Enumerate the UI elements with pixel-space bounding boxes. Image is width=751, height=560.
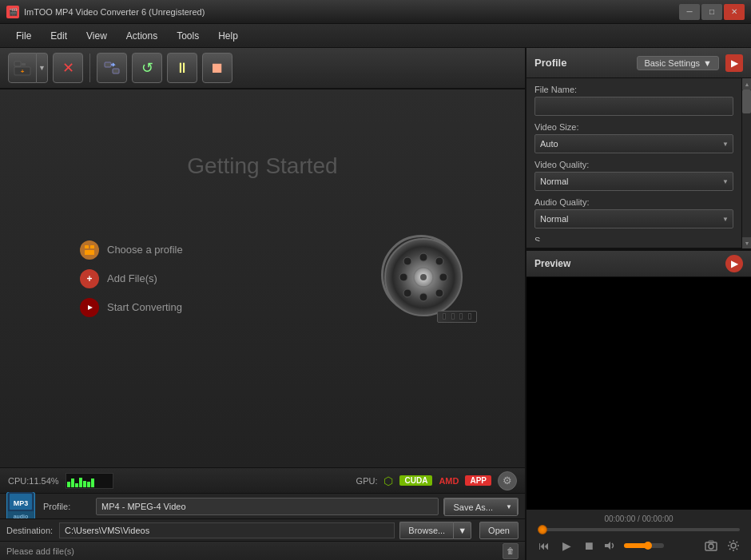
add-file-dropdown-button[interactable]: ▼ bbox=[37, 53, 48, 83]
instructions: Choose a profile + Add File(s) bbox=[80, 240, 183, 317]
profile-title: Profile bbox=[534, 57, 630, 69]
instruction-start: Start Converting bbox=[80, 298, 183, 317]
video-quality-select[interactable]: Normal Low High bbox=[534, 172, 733, 191]
preview-screen bbox=[526, 277, 751, 510]
menu-actions[interactable]: Actions bbox=[117, 27, 167, 45]
file-name-label: File Name: bbox=[534, 85, 733, 94]
instruction-add-label: Add File(s) bbox=[107, 272, 157, 284]
film-reel bbox=[381, 235, 461, 315]
audio-quality-setting: Audio Quality: Normal Low High bbox=[534, 197, 733, 228]
svg-point-14 bbox=[419, 293, 427, 301]
left-panel: + ▼ ✕ ↺ ⏸ ⏹ Getting Started bbox=[0, 48, 526, 560]
amd-icon: AMD bbox=[439, 476, 459, 486]
stop-playback-button[interactable]: ⏹ bbox=[579, 536, 598, 555]
open-button[interactable]: Open bbox=[479, 522, 519, 539]
remove-file-button[interactable]: ✕ bbox=[53, 53, 83, 83]
audio-quality-select[interactable]: Normal Low High bbox=[534, 209, 733, 228]
seek-bar[interactable] bbox=[538, 528, 740, 531]
volume-icon bbox=[602, 538, 618, 554]
save-as-button[interactable]: Save As... bbox=[444, 498, 501, 516]
video-quality-select-wrapper: Normal Low High bbox=[534, 172, 733, 191]
settings-panel: File Name: Video Size: Auto 320x240 640x… bbox=[526, 78, 741, 248]
svg-rect-1 bbox=[22, 63, 26, 66]
menu-help[interactable]: Help bbox=[209, 27, 248, 45]
instruction-start-label: Start Converting bbox=[107, 301, 182, 313]
svg-point-19 bbox=[435, 257, 443, 265]
close-button[interactable]: ✕ bbox=[724, 4, 745, 20]
volume-slider[interactable] bbox=[624, 543, 664, 548]
browse-button[interactable]: Browse... bbox=[399, 522, 453, 539]
svg-point-22 bbox=[420, 274, 427, 280]
svg-point-32 bbox=[731, 543, 736, 548]
scroll-down-button[interactable]: ▼ bbox=[742, 237, 751, 248]
file-name-input[interactable] bbox=[534, 97, 733, 116]
audio-quality-label: Audio Quality: bbox=[534, 197, 733, 207]
svg-point-16 bbox=[439, 273, 447, 281]
add-file-button[interactable]: + bbox=[8, 53, 37, 83]
svg-rect-7 bbox=[90, 245, 94, 248]
video-quality-setting: Video Quality: Normal Low High bbox=[534, 160, 733, 191]
profile-select[interactable]: MP4 - MPEG-4 Video bbox=[96, 498, 439, 515]
profile-icon bbox=[80, 240, 99, 260]
maximize-button[interactable]: □ bbox=[701, 4, 722, 20]
basic-settings-button[interactable]: Basic Settings ▼ bbox=[637, 56, 719, 70]
menu-bar: File Edit View Actions Tools Help bbox=[0, 24, 751, 48]
partial-setting: S bbox=[534, 235, 733, 241]
cuda-badge: CUDA bbox=[399, 475, 432, 486]
video-size-select-wrapper: Auto 320x240 640x480 bbox=[534, 134, 733, 153]
instruction-profile: Choose a profile bbox=[80, 240, 183, 260]
seek-thumb[interactable] bbox=[538, 525, 547, 534]
settings-area: File Name: Video Size: Auto 320x240 640x… bbox=[526, 78, 751, 248]
menu-file[interactable]: File bbox=[6, 27, 41, 45]
convert-button[interactable] bbox=[97, 53, 127, 83]
menu-tools[interactable]: Tools bbox=[167, 27, 209, 45]
video-size-label: Video Size: bbox=[534, 122, 733, 132]
title-bar: 🎬 ImTOO MP4 Video Converter 6 (Unregiste… bbox=[0, 0, 751, 24]
seek-bar-container[interactable] bbox=[538, 528, 740, 531]
svg-point-20 bbox=[403, 289, 411, 297]
title-text: ImTOO MP4 Video Converter 6 (Unregistere… bbox=[24, 7, 205, 17]
toolbar: + ▼ ✕ ↺ ⏸ ⏹ bbox=[0, 48, 525, 89]
video-size-select[interactable]: Auto 320x240 640x480 bbox=[534, 134, 733, 153]
svg-point-30 bbox=[709, 544, 713, 549]
toolbar-separator-1 bbox=[89, 54, 90, 82]
preview-expand-button[interactable]: ▶ bbox=[725, 255, 743, 272]
notification-bar: Please add file(s) 🗑 bbox=[0, 541, 525, 560]
stop-button[interactable]: ⏹ bbox=[202, 53, 232, 83]
menu-edit[interactable]: Edit bbox=[41, 27, 77, 45]
menu-view[interactable]: View bbox=[77, 27, 117, 45]
play-button[interactable]: ▶ bbox=[557, 536, 576, 555]
browse-button-group: Browse... ▼ bbox=[399, 522, 471, 539]
pause-button[interactable]: ⏸ bbox=[167, 53, 197, 83]
instruction-add: + Add File(s) bbox=[80, 269, 183, 288]
browse-dropdown-button[interactable]: ▼ bbox=[453, 522, 471, 539]
save-as-dropdown-button[interactable]: ▼ bbox=[501, 498, 518, 516]
cpu-graph bbox=[66, 473, 113, 489]
scroll-thumb[interactable] bbox=[742, 89, 751, 113]
profile-bar: MP3 audio Profile: MP4 - MPEG-4 Video Sa… bbox=[0, 493, 525, 518]
status-bar: CPU:11.54% GPU: ⬡ CUDA AMD APP ⚙ bbox=[0, 467, 525, 493]
content-area: Getting Started Choose a profile bbox=[0, 89, 525, 467]
snapshot-button[interactable] bbox=[701, 536, 721, 555]
preview-panel: Preview ▶ 00:00:00 / 00:00:00 ⏮ ▶ ⏹ bbox=[526, 248, 751, 560]
profile-expand-button[interactable]: ▶ bbox=[725, 54, 743, 72]
audio-quality-select-wrapper: Normal Low High bbox=[534, 209, 733, 228]
scroll-up-button[interactable]: ▲ bbox=[742, 78, 751, 89]
profile-label: Profile: bbox=[43, 502, 91, 511]
volume-thumb[interactable] bbox=[644, 542, 652, 550]
destination-input[interactable] bbox=[59, 522, 395, 538]
notification-text: Please add file(s) bbox=[6, 546, 74, 556]
play-to-start-button[interactable]: ⏮ bbox=[534, 536, 554, 555]
window-controls: ─ □ ✕ bbox=[679, 4, 745, 20]
minimize-button[interactable]: ─ bbox=[679, 4, 700, 20]
gpu-label: GPU: bbox=[356, 476, 378, 486]
right-panel: Profile Basic Settings ▼ ▶ File Name: Vi… bbox=[526, 48, 751, 560]
profile-header: Profile Basic Settings ▼ ▶ bbox=[526, 48, 751, 78]
svg-rect-8 bbox=[85, 250, 94, 255]
settings-playback-button[interactable] bbox=[724, 536, 743, 555]
restart-button[interactable]: ↺ bbox=[132, 53, 162, 83]
gpu-settings-button[interactable]: ⚙ bbox=[498, 471, 517, 490]
svg-point-13 bbox=[419, 253, 427, 261]
clear-notification-button[interactable]: 🗑 bbox=[503, 543, 519, 559]
amd-badge: APP bbox=[465, 475, 491, 486]
